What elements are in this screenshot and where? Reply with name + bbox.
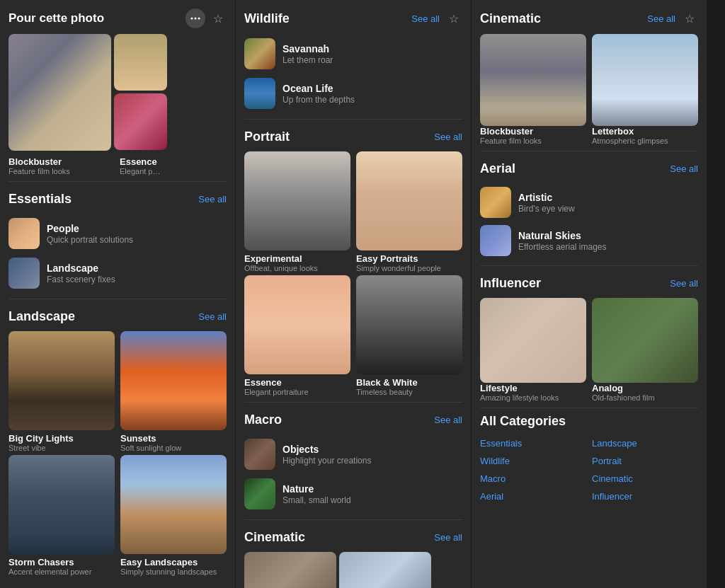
analog-image <box>592 298 698 383</box>
cat-portrait[interactable]: Portrait <box>592 454 698 468</box>
cinematic-p3-see-all[interactable]: See all <box>647 13 675 24</box>
landscape-essentials-item[interactable]: Landscape Fast scenery fixes <box>8 253 227 293</box>
dots-icon[interactable] <box>185 8 205 28</box>
easy-landscapes-desc: Simply stunning landscapes <box>120 567 227 576</box>
svg-point-2 <box>198 18 200 20</box>
divider-p3-2 <box>480 265 698 266</box>
macro-header: Macro See all <box>244 413 462 427</box>
divider-p3-3 <box>480 408 698 408</box>
storm-chasers-item[interactable]: Storm Chasers Accent elemental power <box>8 455 115 576</box>
bw-name: Black & White <box>356 377 462 388</box>
macro-see-all[interactable]: See all <box>434 415 462 425</box>
big-city-lights-name: Big City Lights <box>8 433 115 444</box>
artistic-desc: Bird's eye view <box>518 204 698 214</box>
divider-1 <box>8 181 227 182</box>
savannah-desc: Let them roar <box>282 55 462 65</box>
analog-name: Analog <box>592 383 698 393</box>
ocean-life-item[interactable]: Ocean Life Up from the depths <box>244 74 462 113</box>
landscape-essentials-thumb <box>8 258 40 289</box>
analog-item[interactable]: Analog Old-fashioned film <box>592 298 698 402</box>
artistic-item[interactable]: Artistic Bird's eye view <box>480 183 698 221</box>
influencer-header: Influencer See all <box>480 276 698 291</box>
cat-landscape[interactable]: Landscape <box>592 436 698 451</box>
blockbuster-p3-item[interactable]: Blockbuster Feature film looks <box>480 34 586 145</box>
big-city-lights-item[interactable]: Big City Lights Street vibe <box>8 331 115 452</box>
aerial-see-all[interactable]: See all <box>670 163 698 174</box>
cinematic-p2-title: Cinematic <box>244 530 305 545</box>
landscape-essentials-info: Landscape Fast scenery fixes <box>47 263 227 284</box>
panel3-star-icon[interactable]: ☆ <box>681 10 698 27</box>
experimental-item[interactable]: Experimental Offbeat, unique looks <box>244 151 350 272</box>
landscape-essentials-name: Landscape <box>47 263 227 274</box>
nature-macro-item[interactable]: Nature Small, small world <box>244 474 462 514</box>
landscape-see-all[interactable]: See all <box>198 311 227 322</box>
portrait-see-all[interactable]: See all <box>434 132 462 142</box>
wildlife-see-all[interactable]: See all <box>411 13 440 24</box>
objects-desc: Highlight your creations <box>282 456 462 466</box>
hero-card-labels: Blockbuster Feature film looks Essence E… <box>8 156 227 175</box>
easy-landscapes-item[interactable]: Easy Landscapes Simply stunning landscap… <box>120 455 227 576</box>
blockbuster-card[interactable]: Blockbuster Feature film looks <box>8 156 115 175</box>
ocean-life-info: Ocean Life Up from the depths <box>282 83 462 105</box>
hero-top-image <box>114 34 167 91</box>
lifestyle-item[interactable]: Lifestyle Amazing lifestyle looks <box>480 298 586 402</box>
all-categories-header: All Categories <box>480 414 698 429</box>
essentials-see-all[interactable]: See all <box>198 194 227 204</box>
letterbox-item[interactable]: Letterbox Atmospheric glimpses <box>592 34 698 145</box>
bw-desc: Timeless beauty <box>356 388 462 396</box>
nature-macro-thumb <box>244 478 275 509</box>
easy-landscapes-image <box>120 455 227 554</box>
easy-portraits-desc: Simply wonderful people <box>356 264 462 272</box>
people-info: People Quick portrait solutions <box>47 223 227 245</box>
svg-point-1 <box>195 18 197 20</box>
bw-item[interactable]: Black & White Timeless beauty <box>356 275 462 396</box>
lifestyle-desc: Amazing lifestyle looks <box>480 393 586 402</box>
lifestyle-image <box>480 298 586 383</box>
cat-cinematic[interactable]: Cinematic <box>592 471 698 486</box>
easy-portraits-item[interactable]: Easy Portraits Simply wonderful people <box>356 151 462 272</box>
divider-p2-2 <box>244 402 462 403</box>
panel2-star-icon[interactable]: ☆ <box>445 10 462 27</box>
all-categories-section: All Categories Essentials Landscape Wild… <box>480 414 698 504</box>
favorite-icon[interactable]: ☆ <box>210 10 227 27</box>
savannah-item[interactable]: Savannah Let them roar <box>244 34 462 74</box>
people-item[interactable]: People Quick portrait solutions <box>8 214 227 253</box>
hero-side-images <box>114 34 167 151</box>
sunsets-image <box>120 331 227 430</box>
natural-skies-info: Natural Skies Effortless aerial images <box>518 230 698 252</box>
divider-p2-3 <box>244 519 462 520</box>
savannah-name: Savannah <box>282 43 462 54</box>
cat-essentials[interactable]: Essentials <box>480 436 586 451</box>
cinematic-partial-images <box>244 552 462 588</box>
objects-name: Objects <box>282 444 462 455</box>
sunsets-item[interactable]: Sunsets Soft sunlight glow <box>120 331 227 452</box>
sunsets-desc: Soft sunlight glow <box>120 444 227 452</box>
experimental-desc: Offbeat, unique looks <box>244 264 350 272</box>
objects-item[interactable]: Objects Highlight your creations <box>244 434 462 474</box>
big-city-lights-image <box>8 331 115 430</box>
essence-portrait-item[interactable]: Essence Elegant portraiture <box>244 275 350 396</box>
ocean-life-thumb <box>244 78 275 109</box>
sunsets-name: Sunsets <box>120 433 227 444</box>
cat-influencer[interactable]: Influencer <box>592 489 698 504</box>
storm-chasers-desc: Accent elemental power <box>8 567 115 576</box>
influencer-see-all[interactable]: See all <box>670 278 698 289</box>
artistic-name: Artistic <box>518 192 698 203</box>
big-city-lights-desc: Street vibe <box>8 444 115 452</box>
natural-skies-item[interactable]: Natural Skies Effortless aerial images <box>480 221 698 260</box>
cat-wildlife[interactable]: Wildlife <box>480 454 586 468</box>
storm-chasers-image <box>8 455 115 554</box>
panel-3: Cinematic See all ☆ Blockbuster Feature … <box>472 0 707 588</box>
categories-grid: Essentials Landscape Wildlife Portrait M… <box>480 436 698 504</box>
essence-name: Essence <box>120 156 227 167</box>
blockbuster-p3-desc: Feature film looks <box>480 137 586 145</box>
cinematic-p3-grid: Blockbuster Feature film looks Letterbox… <box>480 34 698 145</box>
nature-macro-name: Nature <box>282 483 462 495</box>
cat-macro[interactable]: Macro <box>480 471 586 486</box>
influencer-grid: Lifestyle Amazing lifestyle looks Analog… <box>480 298 698 402</box>
cat-aerial[interactable]: Aerial <box>480 489 586 504</box>
cinematic-partial-2 <box>339 552 431 588</box>
cinematic-p2-see-all[interactable]: See all <box>434 532 462 543</box>
essence-card[interactable]: Essence Elegant p… <box>120 156 227 175</box>
cinematic-p3-title: Cinematic <box>480 11 541 26</box>
